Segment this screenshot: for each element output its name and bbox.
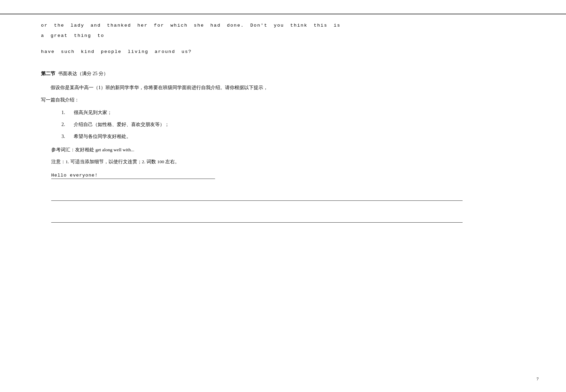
page-container: or the lady and thanked her for which sh… bbox=[0, 0, 566, 392]
list-number-1: 1. bbox=[61, 108, 68, 118]
writing-line-1[interactable] bbox=[51, 188, 463, 201]
english-line-2: a great thing to bbox=[41, 31, 525, 41]
page-number: 7 bbox=[537, 376, 539, 382]
writing-start-text: Hello everyone! bbox=[51, 173, 215, 179]
note-line: 注意：1. 可适当添加细节，以使行文连贯；2. 词数 100 左右。 bbox=[51, 157, 525, 166]
writing-start-container: Hello everyone! bbox=[51, 172, 525, 179]
list-number-2: 2. bbox=[61, 120, 68, 130]
top-border bbox=[0, 14, 566, 14]
list-text-3: 希望与各位同学友好相处。 bbox=[74, 131, 131, 142]
writing-lines-container bbox=[41, 188, 525, 223]
section2-title: 第二节 bbox=[41, 71, 55, 77]
section2-subtitle: 书面表达（满分 25 分） bbox=[58, 71, 108, 77]
list-item-2: 2. 介绍自己（如性格、爱好、喜欢交朋友等）； bbox=[61, 120, 525, 130]
list-item-3: 3. 希望与各位同学友好相处。 bbox=[61, 131, 525, 142]
section2-header: 第二节 书面表达（满分 25 分） bbox=[41, 71, 525, 77]
english-line-1: or the lady and thanked her for which sh… bbox=[41, 20, 525, 31]
english-text-block: or the lady and thanked her for which sh… bbox=[41, 20, 525, 57]
list-text-1: 很高兴见到大家； bbox=[74, 108, 112, 118]
list-item-1: 1. 很高兴见到大家； bbox=[61, 108, 525, 118]
list-number-3: 3. bbox=[61, 131, 68, 142]
english-line-3: have such kind people living around us? bbox=[41, 47, 525, 57]
writing-line-2[interactable] bbox=[51, 210, 463, 223]
intro-continuation: 写一篇自我介绍： bbox=[41, 95, 525, 105]
content-area: or the lady and thanked her for which sh… bbox=[0, 0, 566, 260]
intro-paragraph: 假设你是某高中高一（1）班的新同学李华，你将要在班级同学面前进行自我介绍。请你根… bbox=[41, 83, 525, 93]
reference-vocab: 参考词汇：友好相处 get along well with... bbox=[51, 145, 525, 154]
list-text-2: 介绍自己（如性格、爱好、喜欢交朋友等）； bbox=[74, 120, 169, 130]
